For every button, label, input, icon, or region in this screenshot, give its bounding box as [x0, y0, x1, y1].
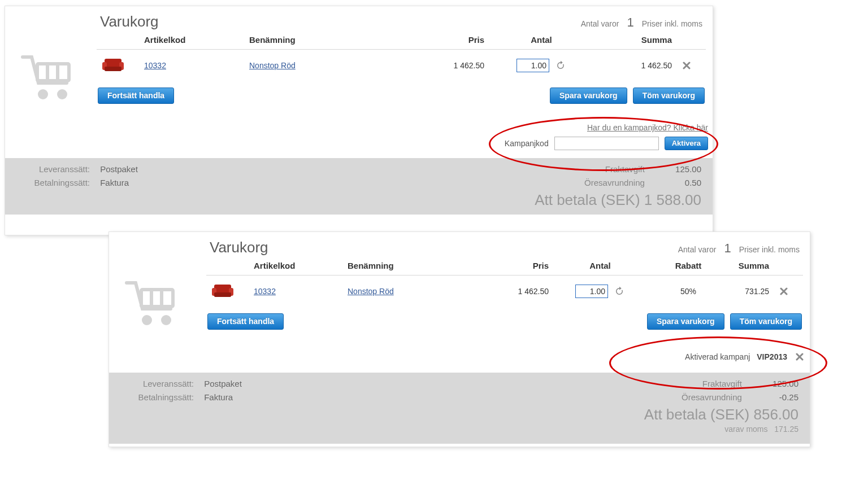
col-qty: Antal — [489, 32, 594, 50]
svg-rect-17 — [214, 292, 231, 297]
tax-note: Priser inkl. moms — [642, 19, 702, 28]
svg-point-13 — [161, 315, 171, 325]
shipping-fee-label: Fraktavgift — [605, 163, 654, 176]
cart-panel-1: Varukorg Antal varor 1 Priser inkl. moms… — [5, 6, 713, 235]
remove-row-icon[interactable] — [778, 286, 789, 297]
table-row: 10332 Nonstop Röd 1 462.50 50% 731.25 — [206, 276, 803, 312]
activated-campaign-label: Aktiverad kampanj — [685, 352, 750, 361]
item-count-label: Antal varor — [581, 19, 619, 28]
total-value: 856.00 — [753, 406, 798, 423]
col-discount: Rabatt — [647, 257, 730, 276]
activated-campaign-code: VIP2013 — [757, 352, 787, 361]
delivery-method-label: Leveranssätt: — [120, 377, 202, 391]
delivery-method-label: Leveranssätt: — [16, 163, 98, 176]
col-sum: Summa — [594, 32, 676, 50]
item-count-label: Antal varor — [678, 245, 717, 254]
product-thumb — [101, 55, 125, 73]
price-cell: 1 462.50 — [401, 50, 489, 86]
empty-cart-button[interactable]: Töm varukorg — [633, 88, 705, 104]
refresh-icon[interactable] — [555, 60, 566, 71]
vat-value: 171.25 — [774, 425, 798, 434]
col-name: Benämning — [245, 32, 401, 50]
sku-link[interactable]: 10332 — [254, 287, 276, 296]
payment-method-label: Betalningssätt: — [120, 391, 202, 404]
save-cart-button[interactable]: Spara varukorg — [647, 313, 724, 330]
col-price: Pris — [471, 257, 553, 276]
col-sku: Artikelkod — [140, 32, 245, 50]
price-cell: 1 462.50 — [471, 276, 553, 312]
activate-campaign-button[interactable]: Aktivera — [665, 137, 708, 150]
item-count: 1 — [624, 15, 636, 30]
delivery-method-value: Postpaket — [204, 379, 242, 388]
table-row: 10332 Nonstop Röd 1 462.50 1 462.50 — [97, 50, 706, 86]
item-count: 1 — [722, 241, 733, 256]
product-thumb — [211, 281, 235, 299]
col-sku: Artikelkod — [249, 257, 343, 276]
total-label: Att betala (SEK) — [644, 406, 749, 423]
cart-table: Artikelkod Benämning Pris Antal Summa — [97, 32, 706, 85]
shipping-fee-value: 125.00 — [753, 377, 798, 391]
cart-panel-2: Varukorg Antal varor 1 Priser inkl. moms… — [108, 231, 810, 447]
discount-cell: 50% — [647, 276, 730, 312]
delivery-method-value: Postpaket — [100, 164, 138, 174]
sum-cell: 731.25 — [730, 276, 774, 312]
col-price: Pris — [401, 32, 489, 50]
svg-rect-9 — [141, 290, 173, 307]
total-label: Att betala (SEK) — [535, 191, 640, 208]
cart-icon — [121, 279, 184, 332]
shipping-fee-label: Fraktavgift — [702, 377, 751, 391]
sum-cell: 1 462.50 — [594, 50, 676, 86]
empty-cart-button[interactable]: Töm varukorg — [730, 313, 802, 330]
remove-campaign-icon[interactable] — [794, 351, 805, 362]
svg-point-3 — [38, 89, 48, 99]
col-qty: Antal — [553, 257, 647, 276]
sku-link[interactable]: 10332 — [144, 61, 166, 70]
quantity-input[interactable] — [575, 285, 608, 298]
payment-method-value: Faktura — [100, 178, 129, 187]
continue-shopping-button[interactable]: Fortsätt handla — [98, 88, 174, 104]
cart-icon — [18, 54, 80, 106]
svg-point-12 — [142, 315, 152, 325]
continue-shopping-button[interactable]: Fortsätt handla — [207, 313, 284, 330]
svg-rect-8 — [105, 67, 121, 71]
campaign-label: Kampanjkod — [505, 139, 549, 148]
col-thumb — [206, 257, 249, 276]
remove-row-icon[interactable] — [681, 60, 692, 71]
col-thumb — [97, 32, 140, 50]
product-name-link[interactable]: Nonstop Röd — [348, 287, 394, 296]
cart-title: Varukorg — [100, 13, 159, 30]
total-value: 1 588.00 — [644, 191, 701, 208]
tax-note: Priser inkl. moms — [739, 245, 800, 254]
payment-method-label: Betalningssätt: — [16, 176, 98, 190]
refresh-icon[interactable] — [614, 286, 625, 297]
rounding-value: -0.25 — [753, 391, 798, 404]
shipping-fee-value: 125.00 — [656, 163, 701, 176]
rounding-value: 0.50 — [656, 176, 701, 190]
svg-rect-0 — [37, 64, 69, 81]
cart-title: Varukorg — [210, 239, 268, 256]
svg-rect-14 — [214, 285, 231, 294]
svg-point-4 — [57, 89, 67, 99]
product-name-link[interactable]: Nonstop Röd — [249, 61, 296, 70]
svg-rect-5 — [105, 59, 121, 68]
payment-method-value: Faktura — [204, 392, 233, 402]
rounding-label: Öresavrundning — [682, 391, 751, 404]
campaign-code-link[interactable]: Har du en kampanjkod? Klicka här — [587, 123, 708, 132]
campaign-code-input[interactable] — [554, 137, 659, 150]
vat-label: varav moms — [724, 425, 767, 434]
col-name: Benämning — [343, 257, 471, 276]
cart-table: Artikelkod Benämning Pris Antal Rabatt S… — [206, 257, 803, 311]
quantity-input[interactable] — [517, 59, 549, 72]
col-sum: Summa — [730, 257, 774, 276]
save-cart-button[interactable]: Spara varukorg — [550, 88, 627, 104]
rounding-label: Öresavrundning — [584, 176, 654, 190]
